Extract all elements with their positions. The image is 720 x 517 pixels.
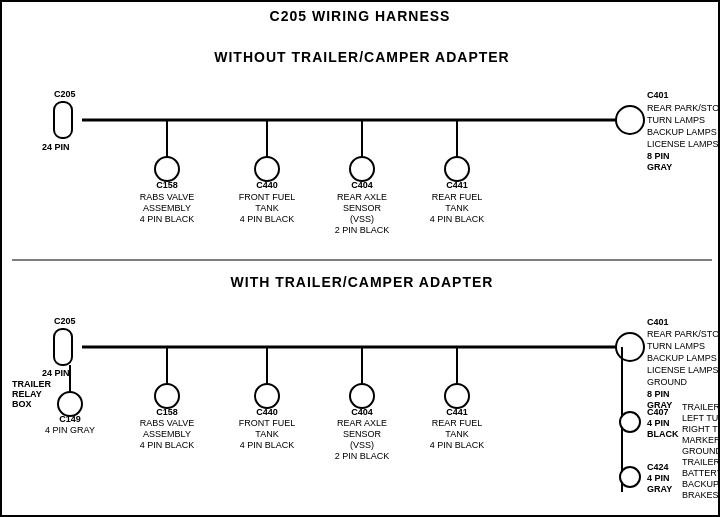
- svg-point-33: [445, 157, 469, 181]
- svg-rect-2: [54, 102, 72, 138]
- svg-text:4 PIN BLACK: 4 PIN BLACK: [140, 214, 195, 224]
- svg-text:WITH  TRAILER/CAMPER  ADAPTER: WITH TRAILER/CAMPER ADAPTER: [231, 274, 494, 290]
- svg-point-100: [445, 384, 469, 408]
- svg-text:BRAKES: BRAKES: [682, 490, 719, 500]
- svg-point-72: [620, 467, 640, 487]
- svg-text:C205: C205: [54, 316, 76, 326]
- svg-point-14: [155, 157, 179, 181]
- svg-text:8 PIN: 8 PIN: [647, 389, 670, 399]
- svg-text:MARKER: MARKER: [682, 435, 720, 445]
- svg-text:WITHOUT  TRAILER/CAMPER  ADAPT: WITHOUT TRAILER/CAMPER ADAPTER: [214, 49, 509, 65]
- svg-text:C441: C441: [446, 180, 468, 190]
- svg-text:BACKUP: BACKUP: [682, 479, 719, 489]
- svg-text:C407: C407: [647, 407, 669, 417]
- svg-text:SENSOR: SENSOR: [343, 429, 382, 439]
- svg-text:4 PIN: 4 PIN: [647, 473, 670, 483]
- svg-text:FRONT FUEL: FRONT FUEL: [239, 192, 295, 202]
- svg-text:C401: C401: [647, 317, 669, 327]
- svg-text:ASSEMBLY: ASSEMBLY: [143, 203, 191, 213]
- svg-text:24 PIN: 24 PIN: [42, 142, 70, 152]
- svg-text:REAR FUEL: REAR FUEL: [432, 192, 483, 202]
- svg-text:BLACK: BLACK: [647, 429, 679, 439]
- svg-text:BOX: BOX: [12, 399, 32, 409]
- svg-text:LICENSE LAMPS: LICENSE LAMPS: [647, 139, 719, 149]
- svg-point-48: [58, 392, 82, 416]
- svg-text:REAR AXLE: REAR AXLE: [337, 418, 387, 428]
- svg-text:BATTERY CHARGE: BATTERY CHARGE: [682, 468, 720, 478]
- svg-text:TRAILER WIRES: TRAILER WIRES: [682, 457, 720, 467]
- svg-text:4 PIN: 4 PIN: [647, 418, 670, 428]
- svg-text:LICENSE LAMPS: LICENSE LAMPS: [647, 365, 719, 375]
- svg-text:24 PIN: 24 PIN: [42, 368, 70, 378]
- svg-text:REAR PARK/STOP: REAR PARK/STOP: [647, 103, 720, 113]
- svg-text:C158: C158: [156, 180, 178, 190]
- svg-text:4 PIN BLACK: 4 PIN BLACK: [430, 440, 485, 450]
- svg-text:TANK: TANK: [445, 203, 468, 213]
- svg-text:4 PIN BLACK: 4 PIN BLACK: [240, 440, 295, 450]
- svg-text:(VSS): (VSS): [350, 440, 374, 450]
- svg-text:C441: C441: [446, 407, 468, 417]
- svg-text:REAR AXLE: REAR AXLE: [337, 192, 387, 202]
- svg-text:4 PIN BLACK: 4 PIN BLACK: [430, 214, 485, 224]
- svg-text:(VSS): (VSS): [350, 214, 374, 224]
- svg-text:TANK: TANK: [445, 429, 468, 439]
- svg-text:TURN LAMPS: TURN LAMPS: [647, 115, 705, 125]
- svg-point-5: [616, 106, 644, 134]
- svg-text:C424: C424: [647, 462, 669, 472]
- svg-text:GROUND: GROUND: [682, 446, 720, 456]
- svg-text:4 PIN BLACK: 4 PIN BLACK: [240, 214, 295, 224]
- svg-text:2 PIN BLACK: 2 PIN BLACK: [335, 451, 390, 461]
- svg-text:C404: C404: [351, 180, 373, 190]
- svg-point-87: [255, 384, 279, 408]
- svg-point-26: [350, 157, 374, 181]
- svg-text:LEFT TURN: LEFT TURN: [682, 413, 720, 423]
- svg-text:BACKUP LAMPS: BACKUP LAMPS: [647, 353, 717, 363]
- svg-point-81: [155, 384, 179, 408]
- svg-rect-41: [54, 329, 72, 365]
- svg-point-51: [616, 333, 644, 361]
- svg-point-20: [255, 157, 279, 181]
- svg-text:C158: C158: [156, 407, 178, 417]
- svg-text:C205: C205: [54, 89, 76, 99]
- svg-text:C149: C149: [59, 414, 81, 424]
- svg-text:TANK: TANK: [255, 429, 278, 439]
- svg-text:GRAY: GRAY: [647, 162, 672, 172]
- svg-text:TRAILER: TRAILER: [12, 379, 51, 389]
- svg-text:BACKUP LAMPS: BACKUP LAMPS: [647, 127, 717, 137]
- svg-text:8 PIN: 8 PIN: [647, 151, 670, 161]
- wiring-diagram: WITHOUT TRAILER/CAMPER ADAPTER C205 24 P…: [2, 2, 720, 517]
- svg-point-62: [620, 412, 640, 432]
- svg-text:REAR PARK/STOP: REAR PARK/STOP: [647, 329, 720, 339]
- svg-text:TRAILER WIRES: TRAILER WIRES: [682, 402, 720, 412]
- svg-text:RELAY: RELAY: [12, 389, 42, 399]
- svg-text:REAR FUEL: REAR FUEL: [432, 418, 483, 428]
- page: C205 WIRING HARNESS WITHOUT TRAILER/CAMP…: [0, 0, 720, 517]
- svg-text:GRAY: GRAY: [647, 484, 672, 494]
- svg-text:SENSOR: SENSOR: [343, 203, 382, 213]
- svg-text:2 PIN BLACK: 2 PIN BLACK: [335, 225, 390, 235]
- svg-text:C440: C440: [256, 180, 278, 190]
- svg-text:C404: C404: [351, 407, 373, 417]
- svg-text:RABS VALVE: RABS VALVE: [140, 192, 195, 202]
- svg-text:ASSEMBLY: ASSEMBLY: [143, 429, 191, 439]
- svg-text:4 PIN GRAY: 4 PIN GRAY: [45, 425, 95, 435]
- svg-text:TANK: TANK: [255, 203, 278, 213]
- svg-point-93: [350, 384, 374, 408]
- svg-text:4 PIN BLACK: 4 PIN BLACK: [140, 440, 195, 450]
- svg-text:TURN LAMPS: TURN LAMPS: [647, 341, 705, 351]
- svg-text:RIGHT TURN: RIGHT TURN: [682, 424, 720, 434]
- svg-text:C440: C440: [256, 407, 278, 417]
- svg-text:GROUND: GROUND: [647, 377, 687, 387]
- svg-text:RABS VALVE: RABS VALVE: [140, 418, 195, 428]
- svg-text:FRONT FUEL: FRONT FUEL: [239, 418, 295, 428]
- svg-text:C401: C401: [647, 90, 669, 100]
